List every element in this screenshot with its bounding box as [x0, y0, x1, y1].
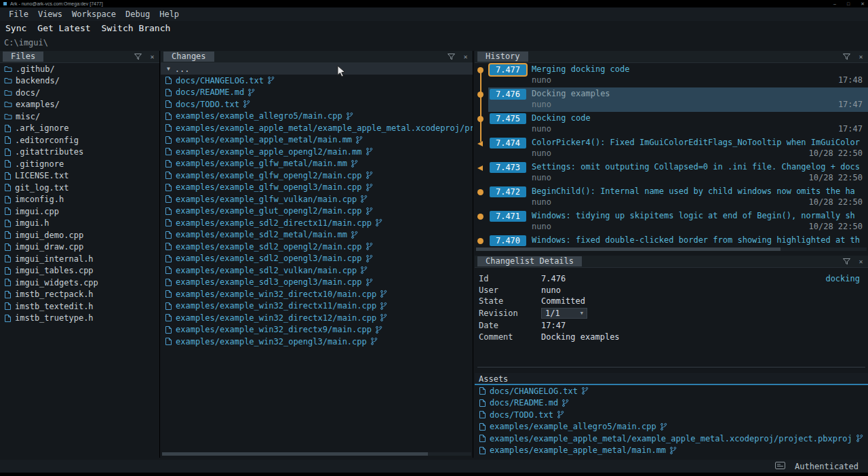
close-panel-icon[interactable]: ✕ — [461, 53, 470, 61]
changed-file-row[interactable]: examples/example_sdl2_opengl2/main.cpp — [161, 241, 473, 253]
toolbar-sync-button[interactable]: Sync — [5, 23, 26, 33]
assets-header[interactable]: Assets — [475, 373, 868, 385]
changed-file-row[interactable]: examples/example_glfw_opengl3/main.cpp — [161, 182, 473, 194]
file-tree-item[interactable]: .ark_ignore — [0, 123, 159, 135]
changed-file-row[interactable]: examples/example_glfw_opengl2/main.cpp — [161, 170, 473, 182]
changed-file-row[interactable]: examples/example_win32_directx12/main.cp… — [161, 312, 473, 324]
menu-debug[interactable]: Debug — [121, 9, 155, 19]
file-tree-item[interactable]: .editorconfig — [0, 134, 159, 146]
changed-file-row[interactable]: examples/example_apple_metal/example_app… — [475, 433, 868, 445]
changed-file-row[interactable]: examples/example_apple_metal/main.mm — [475, 445, 868, 457]
changed-file-row[interactable]: examples/example_win32_directx9/main.cpp — [161, 324, 473, 336]
changes-horizontal-scrollbar[interactable] — [162, 452, 471, 456]
toolbar-get-latest-button[interactable]: Get Latest — [37, 23, 90, 33]
item-label: imgui_widgets.cpp — [15, 278, 98, 287]
file-tree-item[interactable]: .github/ — [0, 63, 159, 75]
scrollbar-thumb[interactable] — [476, 247, 781, 251]
revision-badge: 7.474 — [490, 138, 526, 148]
changed-file-row[interactable]: examples/example_win32_directx10/main.cp… — [161, 288, 473, 300]
changed-file-row[interactable]: examples/example_sdl2_opengl3/main.cpp — [161, 253, 473, 265]
file-tree-item[interactable]: examples/ — [0, 99, 159, 111]
history-row[interactable]: 7.475Docking codenuno17:47 — [475, 112, 868, 136]
maximize-button[interactable]: □ — [847, 0, 850, 7]
field-label: State — [479, 296, 541, 306]
menu-workspace[interactable]: Workspace — [67, 9, 121, 19]
menu-file[interactable]: File — [4, 9, 33, 19]
changed-file-row[interactable]: examples/example_apple_metal/main.mm — [161, 134, 473, 146]
changed-file-row[interactable]: examples/example_sdl2_directx11/main.cpp — [161, 217, 473, 229]
changed-file-row[interactable]: examples/example_win32_directx11/main.cp… — [161, 300, 473, 313]
menu-views[interactable]: Views — [33, 9, 67, 19]
file-tree-item[interactable]: imstb_textedit.h — [0, 300, 159, 313]
file-tree-item[interactable]: imgui_tables.cpp — [0, 265, 159, 277]
scrollbar-thumb[interactable] — [162, 452, 428, 456]
history-row[interactable]: 7.473Settings: omit outputing Collapsed=… — [475, 161, 868, 185]
file-tree-item[interactable]: imgui.h — [0, 218, 159, 230]
file-tree-item[interactable]: imgui_draw.cpp — [0, 241, 159, 254]
changes-root-node[interactable]: ▼ ... — [161, 63, 473, 75]
commit-author: nuno — [532, 197, 551, 207]
close-button[interactable]: ✕ — [861, 0, 865, 7]
file-tree-item[interactable]: git_log.txt — [0, 182, 159, 194]
history-horizontal-scrollbar[interactable] — [476, 247, 867, 251]
file-tree-item[interactable]: .gitignore — [0, 158, 159, 170]
detail-row-state: State Committed — [475, 296, 868, 307]
menu-help[interactable]: Help — [155, 9, 184, 19]
revision-badge: 7.472 — [490, 186, 526, 197]
changed-file-row[interactable]: examples/example_sdl3_opengl3/main.cpp — [161, 277, 473, 289]
changed-file-row[interactable]: examples/example_win32_opengl3/main.cpp — [161, 336, 473, 348]
item-label: imstb_textedit.h — [15, 302, 94, 311]
close-panel-icon[interactable]: ✕ — [856, 258, 865, 266]
file-tree-item[interactable]: imgui_demo.cpp — [0, 229, 159, 241]
file-tree-item[interactable]: imconfig.h — [0, 194, 159, 206]
minimize-button[interactable]: – — [833, 0, 836, 7]
file-tree-item[interactable]: misc/ — [0, 111, 159, 123]
commit-info: Settings: omit outputing Collapsed=0 in … — [532, 161, 864, 183]
file-tree-item[interactable]: LICENSE.txt — [0, 170, 159, 182]
revision-dropdown[interactable]: 1/1 ▼ — [541, 308, 587, 319]
file-tree-item[interactable]: .gitattributes — [0, 146, 159, 159]
changed-file-row[interactable]: examples/example_glfw_vulkan/main.cpp — [161, 193, 473, 205]
history-row[interactable]: 7.471Windows: tidying up skipitems logic… — [475, 210, 868, 234]
history-row[interactable]: 7.474ColorPicker4(): Fixed ImGuiColorEdi… — [475, 136, 868, 161]
history-row[interactable]: 7.472BeginChild(): Internal name used by… — [475, 185, 868, 210]
changed-file-row[interactable]: examples/example_allegro5/main.cpp — [475, 421, 868, 433]
branch-icon — [366, 242, 373, 251]
filter-icon[interactable] — [842, 258, 851, 266]
changed-file-row[interactable]: docs/TODO.txt — [161, 98, 473, 111]
file-icon — [165, 290, 172, 298]
changed-file-row[interactable]: examples/example_sdl2_vulkan/main.cpp — [161, 264, 473, 277]
changed-file-row[interactable]: examples/example_sdl2_metal/main.mm — [161, 229, 473, 241]
file-tree-item[interactable]: imgui_internal.h — [0, 253, 159, 265]
changed-file-row[interactable]: docs/README.md — [161, 87, 473, 99]
changed-file-row[interactable]: examples/example_apple_metal/example_app… — [161, 122, 473, 134]
changed-file-row[interactable]: docs/README.md — [475, 397, 868, 410]
history-row[interactable]: 7.470Windows: fixed double-clicked borde… — [475, 234, 868, 247]
file-tree-item[interactable]: imgui_widgets.cpp — [0, 277, 159, 289]
close-panel-icon[interactable]: ✕ — [856, 53, 865, 61]
file-tree-item[interactable]: imstb_truetype.h — [0, 313, 159, 325]
changed-file-row[interactable]: examples/example_glfw_metal/main.mm — [161, 158, 473, 170]
app-icon — [3, 2, 7, 5]
file-tree-item[interactable]: imgui.cpp — [0, 205, 159, 218]
file-tree-item[interactable]: backends/ — [0, 75, 159, 87]
close-panel-icon[interactable]: ✕ — [148, 53, 157, 61]
changed-file-row[interactable]: docs/CHANGELOG.txt — [161, 75, 473, 87]
filter-icon[interactable] — [842, 53, 851, 61]
filter-icon[interactable] — [134, 53, 142, 61]
changed-file-row[interactable]: docs/CHANGELOG.txt — [475, 385, 868, 397]
history-row[interactable]: 7.477Merging docking codenuno17:48 — [475, 63, 868, 87]
changed-file-row[interactable]: examples/example_apple_opengl2/main.mm — [161, 146, 473, 158]
changed-file-row[interactable]: docs/TODO.txt — [475, 409, 868, 421]
commit-message: Settings: omit outputing Collapsed=0 in … — [532, 161, 864, 173]
file-tree-item[interactable]: imstb_rectpack.h — [0, 289, 159, 301]
folder-icon — [4, 89, 12, 97]
file-icon — [165, 242, 172, 251]
changed-file-row[interactable]: examples/example_allegro5/main.cpp — [161, 111, 473, 123]
history-row[interactable]: 7.476Docking examplesnuno17:47 — [475, 87, 868, 112]
changed-file-row[interactable]: examples/example_glut_opengl2/main.cpp — [161, 205, 473, 218]
item-label: imgui_draw.cpp — [15, 242, 83, 252]
filter-icon[interactable] — [447, 53, 456, 61]
file-tree-item[interactable]: docs/ — [0, 87, 159, 99]
toolbar-switch-branch-button[interactable]: Switch Branch — [102, 23, 171, 33]
